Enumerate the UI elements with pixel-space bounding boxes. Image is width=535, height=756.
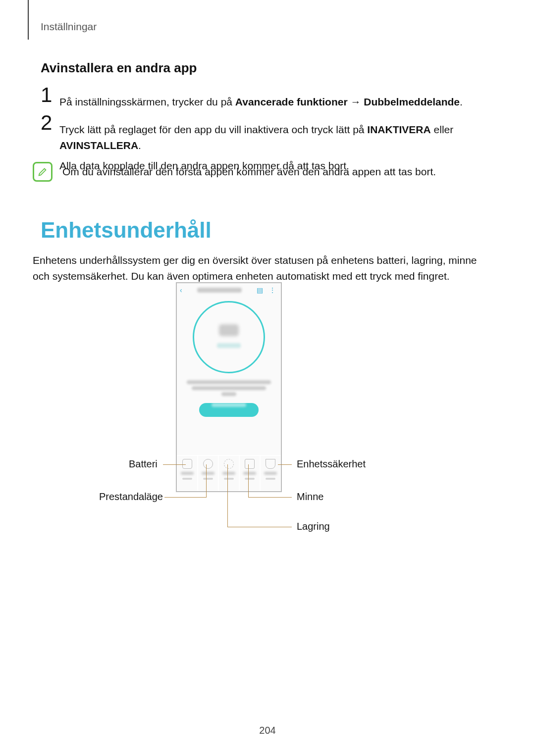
- margin-marker: [28, 0, 29, 40]
- callout-memory: Minne: [297, 491, 323, 503]
- note-icon: [33, 162, 53, 182]
- page-number: 204: [0, 725, 535, 736]
- callout-line: [248, 497, 292, 498]
- note-text: Om du avinstallerar den första appen kom…: [62, 166, 436, 178]
- section-heading: Enhetsunderhåll: [41, 218, 212, 243]
- back-icon: ‹: [180, 286, 182, 294]
- step2-mid: eller: [431, 124, 454, 135]
- step1-end: .: [460, 96, 463, 107]
- phone-tabs: [177, 455, 281, 491]
- score-blur: [219, 324, 239, 336]
- callout-storage: Lagring: [297, 521, 330, 532]
- callout-line: [278, 464, 292, 465]
- callout-line: [163, 464, 186, 465]
- callout-perf: Prestandaläge: [99, 491, 163, 503]
- section-body: Enhetens underhållssystem ger dig en öve…: [33, 252, 495, 284]
- menu-icon: ▤ ⋮: [257, 286, 278, 294]
- breadcrumb: Inställningar: [41, 21, 97, 33]
- score-ring: [193, 301, 265, 373]
- step-text: På inställningsskärmen, trycker du på Av…: [59, 94, 495, 110]
- manual-page: Inställningar Avinstallera en andra app …: [0, 0, 535, 756]
- step2-end: .: [138, 140, 141, 151]
- callout-line: [164, 497, 207, 498]
- step1-bold-b: Dubbelmeddelande: [364, 96, 460, 107]
- subsection-title: Avinstallera en andra app: [41, 60, 197, 76]
- callout-line: [206, 464, 207, 497]
- step-1: 1 På inställningsskärmen, trycker du på …: [41, 94, 495, 110]
- tab-battery: [177, 455, 198, 491]
- callout-line: [227, 464, 228, 527]
- optimize-button: [199, 403, 259, 417]
- step1-bold-a: Avancerade funktioner: [235, 96, 348, 107]
- title-blur: [197, 288, 242, 293]
- tab-perf: [198, 455, 218, 491]
- step2-bold-b: AVINSTALLERA: [59, 140, 138, 151]
- callout-line: [248, 464, 249, 497]
- tab-storage: [218, 455, 239, 491]
- step1-arrow: →: [348, 96, 364, 107]
- tab-security: [260, 455, 281, 491]
- step-number: 1: [41, 83, 52, 107]
- score-sub-blur: [217, 343, 241, 348]
- callout-line: [227, 527, 292, 527]
- note-block: Om du avinstallerar den första appen kom…: [33, 162, 495, 182]
- step2-text-a: Tryck lätt på reglaget för den app du vi…: [59, 124, 367, 135]
- tab-memory: [239, 455, 260, 491]
- phone-screenshot: ‹ ▤ ⋮: [176, 282, 282, 492]
- step-number: 2: [41, 111, 52, 135]
- step2-bold-a: INAKTIVERA: [367, 124, 430, 135]
- callout-security: Enhetssäkerhet: [297, 458, 366, 470]
- phone-appbar: ‹ ▤ ⋮: [177, 283, 281, 297]
- callout-battery: Batteri: [129, 458, 158, 470]
- step1-text-a: På inställningsskärmen, trycker du på: [59, 96, 235, 107]
- desc-blur: [182, 380, 276, 396]
